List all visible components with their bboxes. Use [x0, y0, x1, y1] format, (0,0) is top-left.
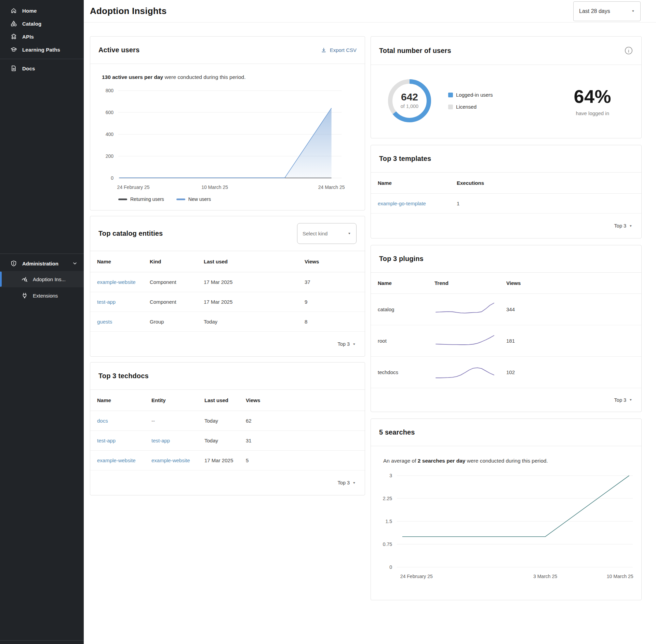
plug-icon: [21, 292, 28, 299]
svg-text:0: 0: [111, 175, 113, 181]
licensed-swatch: [448, 105, 453, 109]
table-row: techdocs 102: [371, 357, 641, 388]
page-title: Adoption Insights: [90, 6, 166, 16]
svg-text:24 March 25: 24 March 25: [318, 184, 345, 190]
rows-per-page-dropdown[interactable]: Top 3▼: [614, 223, 632, 229]
top-plugins-card: Top 3 plugins Name Trend Views catalog 3…: [371, 245, 642, 412]
sidebar-item-label: Extensions: [33, 293, 58, 299]
info-icon[interactable]: [624, 46, 633, 55]
entity-link[interactable]: test-app: [151, 438, 204, 443]
svg-text:400: 400: [106, 132, 114, 137]
svg-text:3 March 25: 3 March 25: [533, 574, 557, 579]
active-users-card: Active users Export CSV 130 active users…: [90, 36, 365, 210]
export-csv-label: Export CSV: [330, 47, 357, 53]
card-title: Active users: [98, 46, 139, 54]
table-footer: Top 3▼: [90, 470, 365, 495]
entity-link[interactable]: guests: [97, 319, 150, 325]
sidebar-divider: [0, 254, 84, 254]
logged-in-swatch: [448, 93, 453, 97]
rows-per-page-dropdown[interactable]: Top 3▼: [338, 341, 356, 347]
sidebar-item-home[interactable]: Home: [0, 4, 84, 17]
techdoc-link[interactable]: docs: [97, 418, 151, 424]
card-title: 5 searches: [379, 428, 415, 436]
sidebar-item-label: Catalog: [22, 21, 41, 27]
active-users-legend: Returning users New users: [118, 196, 357, 202]
rows-per-page-dropdown[interactable]: Top 3▼: [614, 397, 632, 403]
table-row: root 181: [371, 325, 641, 357]
learning-paths-icon: [10, 46, 17, 53]
svg-text:24 February 25: 24 February 25: [400, 574, 433, 579]
svg-text:24 February 25: 24 February 25: [117, 184, 150, 190]
sidebar-item-adoption-insights[interactable]: Adoption Ins...: [0, 271, 84, 287]
techdoc-link[interactable]: example-website: [97, 457, 151, 463]
caret-down-icon: ▼: [631, 10, 635, 13]
top-templates-card: Top 3 templates Name Executions example-…: [371, 145, 642, 238]
top-catalog-entities-card: Top catalog entities Select kind ▼ Name …: [90, 216, 365, 357]
svg-text:10 March 25: 10 March 25: [201, 184, 228, 190]
date-range-select[interactable]: Last 28 days ▼: [573, 1, 641, 21]
rows-per-page-dropdown[interactable]: Top 3▼: [338, 480, 356, 485]
trend-sparkline: [434, 302, 495, 317]
apis-icon: [10, 33, 17, 40]
sidebar-item-administration[interactable]: Administration: [0, 256, 84, 271]
svg-text:1.5: 1.5: [386, 519, 392, 524]
catalog-icon: [10, 20, 17, 27]
svg-text:0.75: 0.75: [383, 542, 392, 547]
table-row: example-website Component 17 Mar 2025 37: [90, 272, 365, 292]
table-footer: Top 3▼: [371, 214, 641, 238]
sidebar-item-label: Learning Paths: [22, 47, 60, 53]
entity-link[interactable]: example-website: [151, 457, 204, 463]
card-title: Top 3 techdocs: [98, 372, 149, 380]
query-stats-icon: [21, 276, 28, 283]
svg-text:3: 3: [389, 473, 392, 478]
sidebar-item-label: Adoption Ins...: [33, 276, 66, 282]
sidebar-item-catalog[interactable]: Catalog: [0, 17, 84, 30]
users-legend: Logged-in users Licensed: [448, 92, 493, 110]
active-indicator: [0, 272, 2, 287]
table-row: catalog 344: [371, 294, 641, 325]
searches-subtitle: An average of 2 searches per day were co…: [383, 458, 633, 464]
table-row: example-website example-website 17 Mar 2…: [90, 451, 365, 470]
techdoc-link[interactable]: test-app: [97, 438, 151, 443]
entity-link[interactable]: example-website: [97, 279, 150, 285]
table-row: example-go-template 1: [371, 194, 641, 214]
date-range-value: Last 28 days: [579, 8, 610, 14]
sidebar-item-label: Administration: [22, 261, 67, 266]
new-users-swatch: [176, 198, 185, 200]
table-row: guests Group Today 8: [90, 312, 365, 332]
svg-text:0: 0: [389, 564, 392, 570]
caret-down-icon: ▼: [629, 224, 632, 228]
donut-center-value: 642: [401, 91, 418, 102]
docs-icon: [10, 65, 17, 72]
select-kind-dropdown[interactable]: Select kind ▼: [297, 223, 357, 244]
home-icon: [10, 7, 17, 14]
entity-link[interactable]: test-app: [97, 299, 150, 305]
searches-card: 5 searches An average of 2 searches per …: [371, 419, 642, 600]
sidebar-item-label: Home: [22, 8, 37, 14]
table-footer: Top 3▼: [371, 388, 641, 412]
sidebar-divider: [0, 59, 84, 59]
returning-users-swatch: [118, 198, 127, 200]
card-title: Total number of users: [379, 47, 451, 55]
caret-down-icon: ▼: [352, 481, 356, 484]
table-row: test-app test-app Today 31: [90, 431, 365, 451]
card-title: Top catalog entities: [98, 230, 163, 237]
sidebar-item-docs[interactable]: Docs: [0, 62, 84, 75]
card-title: Top 3 plugins: [379, 255, 424, 263]
sidebar: Home Catalog APIs Learning Paths Docs Ad…: [0, 0, 84, 644]
svg-text:800: 800: [106, 88, 114, 93]
table-header: Name Executions: [371, 173, 641, 194]
sidebar-item-apis[interactable]: APIs: [0, 30, 84, 43]
active-users-chart: 020040060080024 February 2510 March 2524…: [98, 85, 357, 195]
caret-down-icon: ▼: [629, 398, 632, 401]
template-link[interactable]: example-go-template: [378, 201, 457, 206]
sidebar-item-learning-paths[interactable]: Learning Paths: [0, 43, 84, 56]
donut-center-caption: of 1,000: [401, 104, 418, 109]
users-donut-chart: 642 of 1,000: [384, 75, 435, 126]
table-header: Name Kind Last used Views: [90, 251, 365, 272]
table-row: docs -- Today 62: [90, 411, 365, 431]
card-title: Top 3 templates: [379, 155, 431, 163]
sidebar-divider: [0, 640, 84, 641]
export-csv-button[interactable]: Export CSV: [321, 47, 357, 53]
sidebar-item-extensions[interactable]: Extensions: [0, 287, 84, 304]
